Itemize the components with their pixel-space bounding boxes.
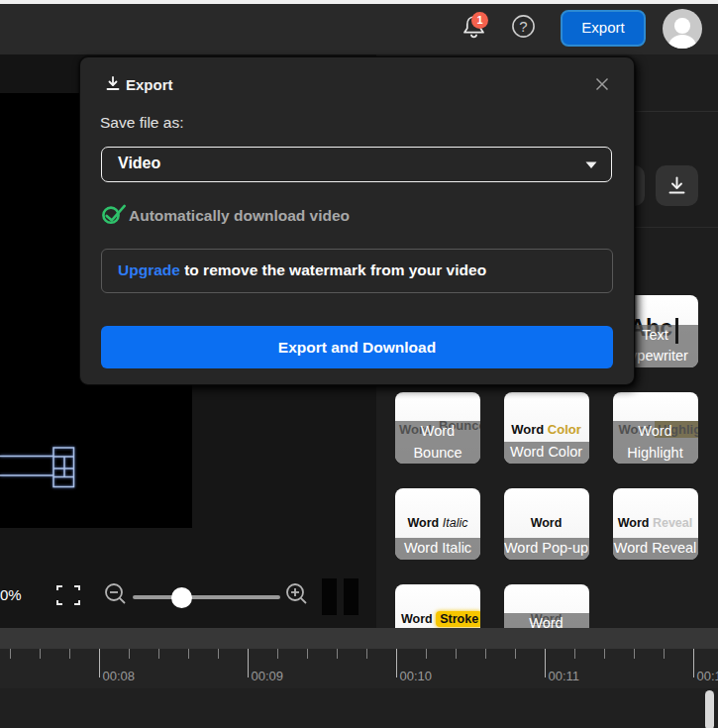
svg-text:?: ? (519, 18, 527, 35)
